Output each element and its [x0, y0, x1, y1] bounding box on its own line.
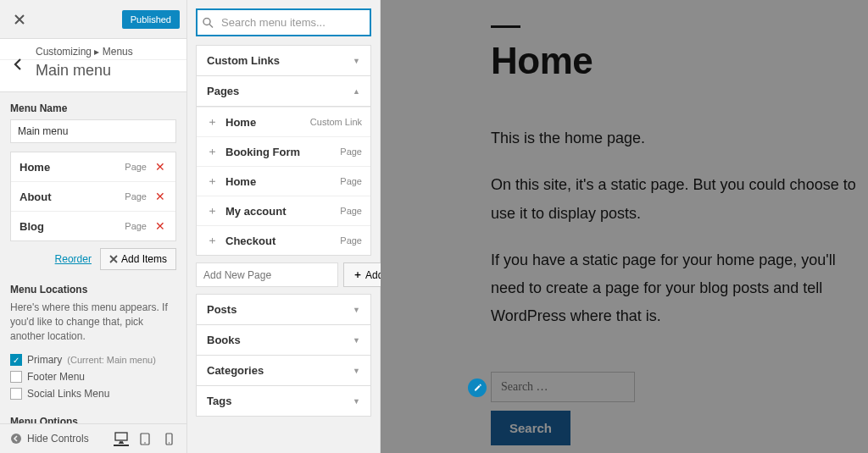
svg-point-0	[11, 434, 21, 444]
location-label: Footer Menu	[27, 371, 85, 383]
breadcrumb: Customizing ▸ Menus	[36, 46, 176, 58]
menu-item-label: Blog	[19, 220, 125, 233]
back-button[interactable]	[7, 54, 27, 75]
section-label: Custom Links	[207, 54, 280, 67]
search-wrap	[196, 8, 371, 36]
page-type: Custom Link	[310, 117, 362, 127]
location-footer-row[interactable]: Footer Menu	[10, 368, 176, 385]
remove-icon[interactable]: ✕	[153, 160, 167, 174]
plus-icon: ＋	[205, 174, 219, 188]
section-categories[interactable]: Categories	[196, 356, 371, 386]
page-row[interactable]: ＋ Home Custom Link	[197, 107, 370, 136]
section-posts[interactable]: Posts	[196, 294, 371, 325]
section-label: Pages	[207, 85, 239, 97]
menu-item-label: Home	[19, 161, 125, 174]
chevron-down-icon	[353, 336, 360, 345]
page-row[interactable]: ＋ My account Page	[197, 196, 370, 225]
preview-paragraph: If you have a static page for your home …	[491, 246, 868, 331]
menu-locations-heading: Menu Locations	[10, 284, 176, 296]
menu-name-input[interactable]	[10, 119, 176, 143]
section-label: Tags	[207, 395, 231, 407]
plus-icon: ＋	[353, 268, 363, 282]
page-row[interactable]: ＋ Checkout Page	[197, 225, 370, 255]
menu-name-label: Menu Name	[10, 102, 176, 114]
chevron-down-icon	[353, 367, 360, 375]
svg-point-3	[144, 442, 146, 444]
menu-item[interactable]: Blog Page ✕	[11, 212, 175, 240]
page-type: Page	[340, 176, 362, 186]
preview-page-title: Home	[491, 40, 868, 82]
remove-icon[interactable]: ✕	[153, 190, 167, 203]
section-books[interactable]: Books	[196, 325, 371, 356]
page-type: Page	[340, 206, 362, 216]
collapse-icon	[10, 433, 22, 445]
chevron-down-icon	[353, 397, 360, 406]
menu-item-type: Page	[125, 162, 147, 172]
svg-rect-1	[115, 433, 127, 440]
page-name: Home	[225, 175, 340, 188]
add-items-panel: Custom Links Pages ＋ Home Custom Link ＋ …	[187, 0, 381, 453]
menu-item[interactable]: Home Page ✕	[11, 152, 175, 182]
menu-item-type: Page	[125, 221, 147, 231]
add-items-label: Add Items	[121, 253, 167, 265]
title-decoration	[491, 25, 520, 28]
section-label: Posts	[207, 303, 236, 316]
published-badge[interactable]: Published	[122, 10, 180, 29]
breadcrumb-root: Customizing	[36, 46, 92, 58]
location-primary-row[interactable]: ✓ Primary (Current: Main menu)	[10, 351, 176, 368]
page-type: Page	[340, 146, 362, 157]
plus-icon: ＋	[205, 115, 219, 129]
breadcrumb-sep: ▸	[94, 46, 99, 58]
location-current: (Current: Main menu)	[67, 355, 156, 365]
menu-item-type: Page	[125, 191, 147, 202]
plus-icon: ＋	[205, 145, 219, 158]
checkbox-icon: ✓	[10, 354, 22, 366]
pages-list: ＋ Home Custom Link ＋ Booking Form Page ＋…	[196, 107, 371, 256]
panel-header: Published	[0, 0, 186, 39]
section-label: Books	[207, 334, 241, 346]
panel-title: Main menu	[0, 60, 186, 92]
search-icon	[203, 17, 214, 28]
close-button[interactable]	[7, 7, 32, 32]
preview-paragraph: This is the home page.	[491, 124, 868, 152]
location-label: Primary	[27, 354, 62, 366]
section-tags[interactable]: Tags	[196, 386, 371, 417]
reorder-link[interactable]: Reorder	[55, 253, 92, 265]
remove-icon[interactable]: ✕	[153, 219, 167, 233]
add-new-page-input[interactable]	[196, 262, 338, 287]
add-items-button[interactable]: Add Items	[100, 248, 176, 270]
menu-item-label: About	[19, 191, 125, 203]
widget-search-input[interactable]	[491, 372, 635, 402]
device-icons	[114, 431, 176, 446]
hide-controls-button[interactable]: Hide Controls	[10, 433, 89, 445]
tablet-icon[interactable]	[137, 431, 153, 446]
menu-items-list: Home Page ✕ About Page ✕ Blog Page ✕	[10, 152, 176, 241]
search-input[interactable]	[196, 8, 371, 36]
desktop-icon[interactable]	[114, 431, 129, 446]
section-custom-links[interactable]: Custom Links	[196, 45, 371, 76]
page-row[interactable]: ＋ Home Page	[197, 166, 370, 196]
mobile-icon[interactable]	[161, 431, 176, 446]
preview-paragraph: On this site, it's a static page. But yo…	[491, 171, 868, 228]
panel-body: Menu Name Home Page ✕ About Page ✕ Blog …	[0, 92, 186, 423]
add-new-page-row: ＋ Add	[196, 262, 371, 287]
menu-item[interactable]: About Page ✕	[11, 182, 175, 212]
customizer-panel: Published Customizing ▸ Menus Main menu …	[0, 0, 187, 453]
svg-point-5	[168, 442, 169, 443]
page-row[interactable]: ＋ Booking Form Page	[197, 136, 370, 166]
page-name: My account	[225, 205, 340, 218]
page-name: Booking Form	[225, 146, 340, 158]
edit-widget-icon[interactable]	[468, 378, 487, 397]
section-pages[interactable]: Pages	[196, 76, 371, 107]
plus-icon: ＋	[205, 234, 219, 247]
items-actions: Reorder Add Items	[10, 248, 176, 270]
panel-footer: Hide Controls	[0, 423, 186, 453]
location-social-row[interactable]: Social Links Menu	[10, 385, 176, 402]
page-type: Page	[340, 235, 362, 246]
chevron-up-icon	[353, 87, 360, 96]
menu-locations-help: Here's where this menu appears. If you'd…	[10, 301, 176, 343]
page-name: Checkout	[225, 235, 340, 247]
widget-search-button[interactable]: Search	[491, 411, 570, 445]
chevron-down-icon	[353, 57, 360, 65]
section-label: Categories	[207, 364, 264, 377]
